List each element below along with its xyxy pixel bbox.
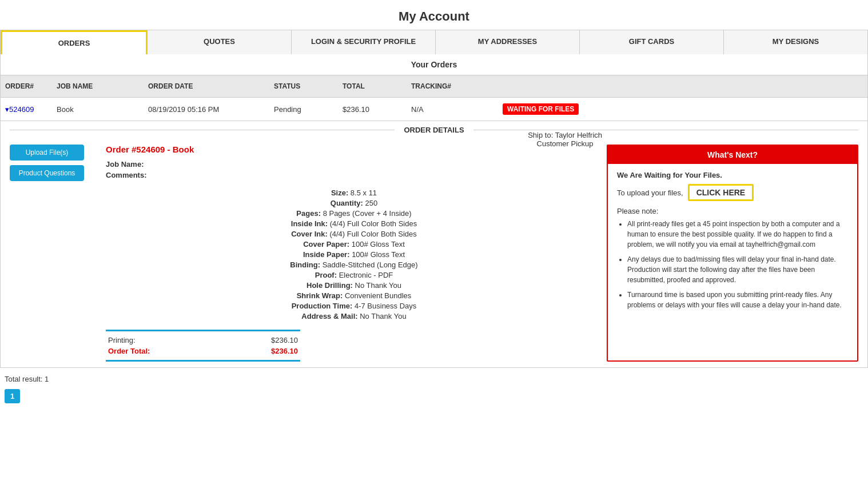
order-details-label: ORDER DETAILS	[395, 126, 473, 134]
printing-label: Printing:	[108, 336, 136, 344]
spec-size: Size: 8.5 x 11	[106, 189, 602, 197]
col-header-order: ORDER#	[1, 80, 52, 93]
ship-to-block: Ship to: Taylor Helfrich Customer Pickup	[528, 131, 602, 148]
tab-quotes[interactable]: QUOTES	[148, 30, 292, 54]
tab-my-designs[interactable]: MY DESIGNS	[724, 30, 867, 54]
badge-cell: WAITING FOR FILES	[498, 101, 867, 117]
col-header-date: ORDER DATE	[144, 80, 269, 93]
pricing-section: Printing: $236.10 Order Total: $236.10	[106, 330, 300, 362]
spec-inside-ink: Inside Ink: (4/4) Full Color Both Sides	[106, 219, 602, 228]
ship-to-label: Ship to:	[528, 131, 553, 139]
col-header-total: TOTAL	[338, 80, 407, 93]
status-badge: WAITING FOR FILES	[503, 103, 579, 115]
spec-shrink-wrap: Shrink Wrap: Convenient Bundles	[106, 291, 602, 300]
page-1-button[interactable]: 1	[5, 389, 20, 403]
tab-gift-cards[interactable]: GIFT CARDS	[580, 30, 724, 54]
order-number-cell[interactable]: ▾524609	[1, 103, 52, 116]
col-header-status: STATUS	[269, 80, 338, 93]
comments-row: Comments:	[106, 171, 194, 179]
left-panel: Upload File(s) Product Questions	[10, 145, 101, 362]
order-details-wrapper: ORDER DETAILS Upload File(s) Product Que…	[0, 121, 868, 368]
ship-to-name: Taylor Helfrich	[555, 131, 602, 139]
printing-value: $236.10	[271, 336, 298, 344]
please-note: Please note:	[617, 207, 848, 215]
tracking-cell: N/A	[407, 103, 498, 116]
tab-orders[interactable]: ORDERS	[1, 30, 148, 54]
order-link[interactable]: ▾524609	[5, 105, 34, 114]
click-here-button[interactable]: CLICK HERE	[688, 184, 754, 201]
spec-qty: Quantity: 250	[106, 199, 602, 207]
total-cell: $236.10	[338, 103, 407, 116]
whats-next-body: We Are Waiting for Your Files. To upload…	[608, 164, 857, 322]
pagination: 1	[0, 387, 868, 412]
col-header-job: JOB NAME	[52, 80, 144, 93]
bullet-list: All print-ready files get a 45 point ins…	[617, 219, 848, 310]
order-total-row: Order Total: $236.10	[106, 346, 300, 356]
spec-cover-ink: Cover Ink: (4/4) Full Color Both Sides	[106, 230, 602, 238]
status-cell: Pending	[269, 103, 338, 116]
order-details-divider: ORDER DETAILS	[1, 121, 867, 139]
order-specs: Size: 8.5 x 11 Quantity: 250 Pages: 8 Pa…	[106, 189, 602, 320]
table-row: ▾524609 Book 08/19/2019 05:16 PM Pending…	[0, 98, 868, 121]
product-questions-button[interactable]: Product Questions	[10, 165, 84, 181]
bullet-item-3: Turnaround time is based upon you submit…	[627, 290, 848, 310]
whats-next-header: What's Next?	[608, 146, 857, 164]
upload-prompt: To upload your files,	[617, 189, 683, 197]
table-header: ORDER# JOB NAME ORDER DATE STATUS TOTAL …	[0, 75, 868, 98]
bullet-item-1: All print-ready files get a 45 point ins…	[627, 219, 848, 250]
spec-cover-paper: Cover Paper: 100# Gloss Text	[106, 240, 602, 248]
waiting-text: We Are Waiting for Your Files.	[617, 171, 848, 179]
spec-binding: Binding: Saddle-Stitched (Long Edge)	[106, 260, 602, 269]
orders-section-header: Your Orders	[0, 54, 868, 75]
order-details-body: Upload File(s) Product Questions Order #…	[1, 139, 867, 367]
spec-proof: Proof: Electronic - PDF	[106, 271, 602, 279]
upload-files-button[interactable]: Upload File(s)	[10, 145, 84, 161]
total-result: Total result: 1	[0, 368, 868, 387]
tab-login-security[interactable]: LOGIN & SECURITY PROFILE	[292, 30, 436, 54]
order-total-label: Order Total:	[108, 347, 150, 355]
page-title: My Account	[0, 0, 868, 30]
col-header-action	[498, 80, 867, 93]
tab-addresses[interactable]: MY ADDRESSES	[436, 30, 580, 54]
spec-inside-paper: Inside Paper: 100# Gloss Text	[106, 250, 602, 259]
order-total-value: $236.10	[271, 347, 298, 355]
col-header-tracking: TRACKING#	[407, 80, 498, 93]
spec-production-time: Production Time: 4-7 Business Days	[106, 302, 602, 310]
ship-to-method: Customer Pickup	[528, 139, 602, 148]
spec-hole-drilling: Hole Drilling: No Thank You	[106, 281, 602, 290]
order-date-cell: 08/19/2019 05:16 PM	[144, 103, 269, 116]
bullet-item-2: Any delays due to bad/missing files will…	[627, 254, 848, 285]
order-title: Order #524609 - Book	[106, 145, 194, 154]
spec-address-mail: Address & Mail: No Thank You	[106, 312, 602, 320]
nav-tabs: ORDERS QUOTES LOGIN & SECURITY PROFILE M…	[0, 30, 868, 54]
upload-line: To upload your files, CLICK HERE	[617, 184, 848, 201]
printing-row: Printing: $236.10	[106, 335, 300, 346]
job-name-cell: Book	[52, 103, 144, 116]
middle-panel: Order #524609 - Book Job Name: Comments:…	[101, 145, 607, 362]
spec-pages: Pages: 8 Pages (Cover + 4 Inside)	[106, 209, 602, 218]
whats-next-panel: What's Next? We Are Waiting for Your Fil…	[607, 145, 858, 362]
job-name-row: Job Name:	[106, 160, 194, 169]
